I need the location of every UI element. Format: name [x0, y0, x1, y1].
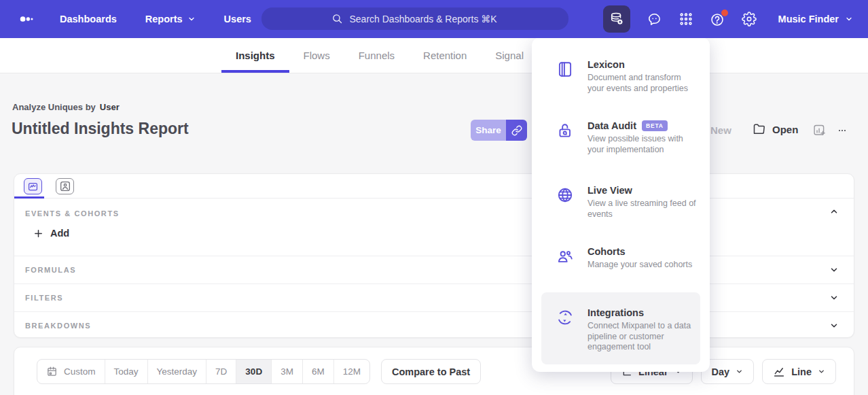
section-label: BREAKDOWNS: [25, 322, 91, 330]
integrations-sync-icon: [556, 309, 574, 353]
chevron-down-icon: [187, 15, 196, 23]
menu-item-live-view[interactable]: Live View View a live streaming feed of …: [532, 185, 710, 220]
nav-reports[interactable]: Reports: [145, 14, 196, 24]
share-split-button: Share: [471, 120, 527, 141]
range-custom[interactable]: Custom: [37, 360, 105, 383]
menu-item-title: Live View: [587, 185, 702, 196]
chart-type-dropdown[interactable]: Line: [762, 359, 836, 384]
data-management-icon[interactable]: [603, 5, 630, 33]
data-management-menu: Lexicon Document and transform your even…: [532, 37, 710, 372]
copy-link-button[interactable]: [506, 120, 527, 141]
section-filters[interactable]: FILTERS: [14, 284, 854, 311]
calendar-icon: [46, 366, 58, 377]
range-30d[interactable]: 30D: [236, 360, 271, 383]
expand-section-icon[interactable]: [829, 265, 839, 275]
query-builder-panel: EVENTS & COHORTS Add FORMULAS FILTERS BR…: [14, 173, 854, 338]
top-navbar: Dashboards Reports Users Music Finder: [0, 0, 868, 38]
cohorts-people-icon: [556, 247, 574, 271]
tab-signal[interactable]: Signal: [481, 38, 538, 73]
menu-item-description: View possible issues with your implement…: [587, 134, 702, 155]
analyze-by-selector[interactable]: User: [100, 102, 120, 112]
menu-item-description: Manage your saved cohorts: [587, 260, 692, 271]
navbar-actions: Music Finder: [603, 0, 853, 38]
page-title: Untitled Insights Report: [12, 120, 189, 138]
search-input[interactable]: [350, 14, 499, 24]
apps-grid-icon[interactable]: [679, 12, 693, 27]
plus-icon: [33, 228, 43, 239]
lexicon-book-icon: [556, 61, 574, 94]
project-selector[interactable]: Music Finder: [778, 14, 853, 24]
new-report-button[interactable]: New: [710, 124, 731, 136]
report-subtitle: Analyze Uniques byUser: [12, 102, 120, 112]
link-icon: [511, 125, 522, 136]
range-today[interactable]: Today: [105, 360, 147, 383]
range-yesterday[interactable]: Yesterday: [147, 360, 206, 383]
range-3m[interactable]: 3M: [271, 360, 302, 383]
nav-dashboards[interactable]: Dashboards: [60, 14, 117, 24]
menu-item-description: View a live streaming feed of events: [587, 199, 702, 220]
section-label: FORMULAS: [25, 266, 76, 274]
menu-item-title: Cohorts: [587, 246, 692, 257]
beta-badge: BETA: [642, 120, 668, 131]
events-metrics-tab[interactable]: [24, 178, 42, 194]
add-to-dashboard-icon[interactable]: [812, 123, 827, 137]
chevron-down-icon: [736, 368, 743, 375]
range-7d[interactable]: 7D: [206, 360, 236, 383]
folder-icon: [753, 122, 766, 136]
search-icon: [331, 13, 343, 24]
menu-item-title: Data AuditBETA: [587, 120, 702, 131]
menu-item-title: Integrations: [587, 307, 702, 318]
menu-item-title: Lexicon: [587, 59, 691, 70]
section-label: EVENTS & COHORTS: [25, 209, 843, 218]
nav-users[interactable]: Users: [224, 14, 251, 24]
menu-item-data-audit[interactable]: Data AuditBETA View possible issues with…: [532, 120, 710, 155]
chart-icon: [27, 182, 39, 192]
menu-item-lexicon[interactable]: Lexicon Document and transform your even…: [532, 59, 710, 94]
line-chart-icon: [773, 366, 785, 378]
section-events-cohorts: EVENTS & COHORTS Add: [14, 199, 854, 256]
add-event-button[interactable]: Add: [33, 228, 69, 239]
tab-retention[interactable]: Retention: [409, 38, 481, 73]
section-formulas[interactable]: FORMULAS: [14, 256, 854, 284]
date-range-control: Custom Today Yesterday 7D 30D 3M 6M 12M: [37, 359, 370, 384]
active-tab-indicator: [14, 196, 44, 199]
compare-to-past-button[interactable]: Compare to Past: [381, 359, 481, 384]
more-options-icon[interactable]: [834, 126, 850, 135]
share-button[interactable]: Share: [471, 120, 506, 141]
chart-toolbar: Custom Today Yesterday 7D 30D 3M 6M 12M …: [14, 347, 854, 395]
query-view-tabs: [14, 174, 854, 199]
global-search[interactable]: [261, 7, 568, 30]
live-view-globe-icon: [556, 186, 574, 220]
chevron-down-icon: [845, 15, 853, 23]
range-12m[interactable]: 12M: [333, 360, 369, 383]
feedback-icon[interactable]: [647, 12, 662, 27]
user-profiles-tab[interactable]: [56, 178, 74, 194]
data-audit-lock-icon: [556, 122, 574, 155]
menu-item-description: Document and transform your events and p…: [587, 73, 691, 94]
primary-nav: Dashboards Reports Users: [60, 14, 251, 24]
tab-insights[interactable]: Insights: [221, 38, 289, 73]
section-breakdowns[interactable]: BREAKDOWNS: [14, 311, 854, 339]
report-tabs: Insights Flows Funnels Retention Signal …: [0, 38, 868, 73]
menu-item-integrations[interactable]: Integrations Connect Mixpanel to a data …: [532, 307, 710, 353]
help-icon[interactable]: [710, 12, 725, 27]
open-report-button[interactable]: Open: [753, 122, 798, 136]
notification-dot: [721, 10, 728, 16]
collapse-section-icon[interactable]: [829, 207, 839, 216]
expand-section-icon[interactable]: [829, 321, 839, 330]
mixpanel-logo[interactable]: [14, 12, 41, 27]
tab-flows[interactable]: Flows: [289, 38, 344, 73]
range-6m[interactable]: 6M: [302, 360, 333, 383]
chevron-down-icon: [818, 368, 825, 375]
person-icon: [60, 181, 71, 192]
settings-gear-icon[interactable]: [742, 12, 757, 27]
section-label: FILTERS: [25, 294, 63, 302]
expand-section-icon[interactable]: [829, 293, 839, 303]
tab-funnels[interactable]: Funnels: [344, 38, 409, 73]
menu-item-description: Connect Mixpanel to a data pipeline or c…: [587, 321, 702, 353]
menu-item-cohorts[interactable]: Cohorts Manage your saved cohorts: [532, 246, 710, 271]
